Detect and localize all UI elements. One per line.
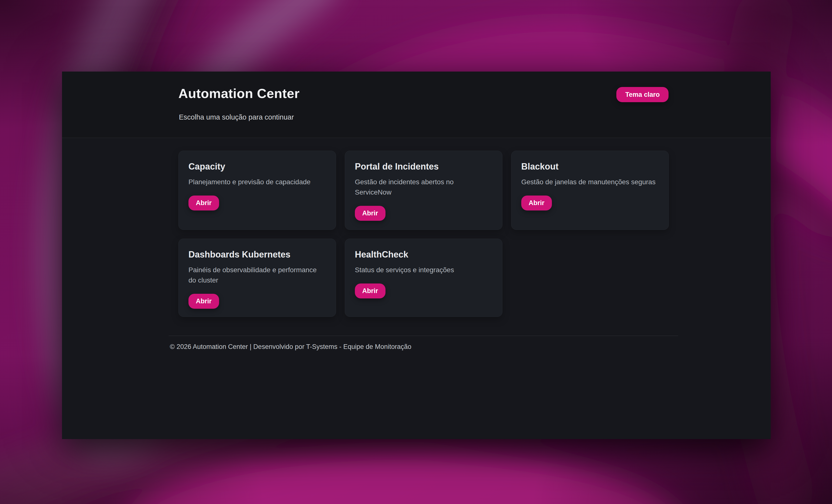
card-description: Status de serviços e integrações — [355, 265, 492, 275]
card-description: Gestão de incidentes abertos no ServiceN… — [355, 177, 470, 197]
card-description: Gestão de janelas de manutenções seguras — [521, 177, 659, 187]
card-capacity: Capacity Planejamento e previsão de capa… — [178, 151, 336, 230]
panel-header: Automation Center Escolha uma solução pa… — [62, 72, 771, 138]
open-portal-button[interactable]: Abrir — [355, 206, 386, 221]
theme-toggle-button[interactable]: Tema claro — [616, 87, 669, 102]
card-title: Portal de Incidentes — [355, 161, 492, 172]
automation-center-panel: Automation Center Escolha uma solução pa… — [62, 72, 771, 439]
card-healthcheck: HealthCheck Status de serviços e integra… — [345, 239, 502, 317]
footer-text: © 2026 Automation Center | Desenvolvido … — [170, 343, 411, 351]
card-portal-de-incidentes: Portal de Incidentes Gestão de incidente… — [345, 151, 502, 230]
card-dashboards-kubernetes: Dashboards Kubernetes Painéis de observa… — [178, 239, 336, 317]
solutions-grid: Capacity Planejamento e previsão de capa… — [178, 151, 669, 317]
open-capacity-button[interactable]: Abrir — [188, 195, 219, 210]
card-blackout: Blackout Gestão de janelas de manutençõe… — [511, 151, 669, 230]
page-title: Automation Center — [178, 86, 300, 101]
card-title: Capacity — [188, 161, 326, 172]
card-title: HealthCheck — [355, 249, 492, 260]
footer-divider — [168, 336, 678, 336]
card-description: Painéis de observabilidade e performance… — [188, 265, 323, 286]
open-healthcheck-button[interactable]: Abrir — [355, 284, 386, 298]
card-title: Dashboards Kubernetes — [188, 249, 326, 260]
card-title: Blackout — [521, 161, 659, 172]
open-dashboards-button[interactable]: Abrir — [188, 294, 219, 309]
screen: Automation Center Escolha uma solução pa… — [0, 0, 832, 504]
open-blackout-button[interactable]: Abrir — [521, 195, 552, 210]
card-description: Planejamento e previsão de capacidade — [188, 177, 326, 187]
page-subtitle: Escolha uma solução para continuar — [179, 113, 294, 121]
